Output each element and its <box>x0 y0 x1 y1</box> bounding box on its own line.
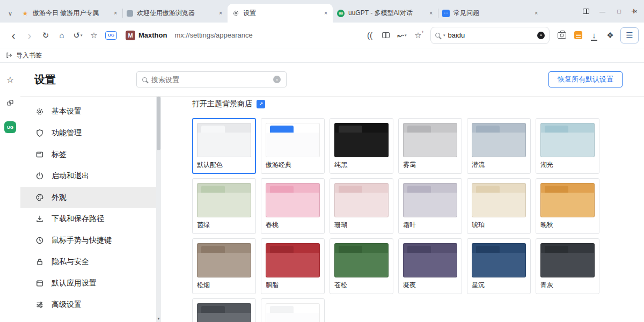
settings-nav-palette[interactable]: 外观 <box>20 187 156 208</box>
theme-card[interactable]: 琥珀 <box>467 178 531 234</box>
favorite-button[interactable]: ☆ <box>86 27 102 43</box>
tab-title: 常见问题 <box>453 9 530 18</box>
settings-nav-sliders[interactable]: 高级设置 <box>20 294 156 316</box>
settings-nav-tab[interactable]: 标签 <box>20 144 156 165</box>
notes-icon <box>574 31 582 39</box>
theme-preview-tab <box>476 246 500 253</box>
clear-settings-search-icon[interactable]: × <box>273 76 281 83</box>
browser-tab-2[interactable]: 设置× <box>228 4 333 23</box>
browser-tab-0[interactable]: ★傲游今日 傲游用户专属× <box>17 4 122 23</box>
settings-nav-gear[interactable]: 基本设置 <box>20 101 156 122</box>
main-menu-button[interactable]: ☰ <box>620 27 639 43</box>
downloads-button[interactable]: ↓ <box>586 27 602 43</box>
refresh-button[interactable]: ↻ <box>38 27 54 43</box>
tab-list-button[interactable]: ∨ <box>3 4 17 23</box>
tab-close-icon[interactable]: × <box>113 9 118 17</box>
sliders-icon <box>35 301 44 309</box>
plus-badge: + <box>421 30 424 34</box>
theme-card[interactable]: 星沉 <box>467 238 531 294</box>
theme-label: 凝夜 <box>403 281 457 289</box>
maximize-button[interactable]: □ <box>611 0 627 23</box>
theme-store-link[interactable]: 打开主题背景商店 ↗ <box>192 99 644 109</box>
chevron-down-icon: ▾ <box>405 33 407 38</box>
minimize-button[interactable]: — <box>594 0 611 23</box>
browser-tab-1[interactable]: 欢迎使用傲游浏览器× <box>122 4 228 23</box>
clear-search-icon[interactable]: × <box>537 32 545 39</box>
theme-card[interactable]: 纯黑 <box>330 118 393 174</box>
search-input[interactable] <box>448 31 535 39</box>
tab-close-icon[interactable]: × <box>428 9 434 17</box>
theme-card[interactable]: 霜叶 <box>398 178 462 234</box>
tab-close-icon[interactable]: × <box>218 9 223 17</box>
settings-search-input[interactable] <box>151 76 269 84</box>
settings-nav-download[interactable]: 下载和保存路径 <box>20 208 156 230</box>
settings-search[interactable]: × <box>136 71 287 87</box>
toolbar-search[interactable]: ▾ × <box>430 27 550 44</box>
theme-card[interactable] <box>192 298 256 322</box>
site-identity: M Maxthon <box>126 31 167 40</box>
reader-mode-button[interactable] <box>378 27 394 43</box>
theme-card[interactable]: 雾霭 <box>398 118 462 174</box>
theme-card[interactable]: 凝夜 <box>398 238 462 294</box>
tab-close-icon[interactable]: × <box>323 9 328 17</box>
theme-label: 珊瑚 <box>334 221 389 229</box>
screenshot-button[interactable] <box>554 27 570 43</box>
theme-card[interactable]: 春桃 <box>261 178 325 234</box>
home-button[interactable]: ⌂ <box>54 27 70 43</box>
scroll-down-button[interactable]: ▼ <box>156 314 161 322</box>
theme-card[interactable]: 胭脂 <box>261 238 325 294</box>
star-plus-icon: ☆ <box>414 31 421 40</box>
import-bookmarks-button[interactable]: 导入书签 <box>5 51 42 60</box>
theme-card[interactable]: 晚秋 <box>536 178 599 234</box>
settings-nav-power[interactable]: 启动和退出 <box>20 165 156 187</box>
ug-sidebar-badge[interactable]: UG <box>4 121 16 133</box>
address-url[interactable]: mx://settings/appearance <box>174 31 252 39</box>
theme-preview-tab <box>201 186 225 193</box>
tab-icon <box>35 150 44 159</box>
settings-nav-badge[interactable]: 功能管理 <box>20 122 156 144</box>
notes-button[interactable] <box>570 27 586 43</box>
tile-button[interactable] <box>577 0 594 23</box>
forward-button[interactable]: › <box>21 27 38 43</box>
chevron-down-icon: ▾ <box>443 33 445 38</box>
settings-nav-lock[interactable]: 隐私与安全 <box>20 251 156 273</box>
theme-card[interactable]: 傲游经典 <box>261 118 325 174</box>
browser-tab-4[interactable]: ⋯常见问题× <box>438 4 543 23</box>
theme-preview-tab <box>476 126 500 133</box>
badge-icon <box>35 129 44 137</box>
reset-defaults-button[interactable]: 恢复所有默认设置 <box>548 71 623 87</box>
back-button[interactable]: ‹ <box>5 27 21 43</box>
nav-scrollbar[interactable]: ▼ <box>156 97 161 322</box>
theme-card[interactable]: 默认配色 <box>192 118 256 174</box>
listen-button[interactable]: (( <box>362 27 378 43</box>
new-tab-button[interactable]: + <box>626 2 642 20</box>
theme-card[interactable] <box>261 298 325 322</box>
theme-card[interactable]: 青灰 <box>536 238 599 294</box>
theme-card[interactable]: 潜流 <box>467 118 531 174</box>
theme-preview-tab <box>201 246 225 253</box>
settings-nav-app[interactable]: 默认应用设置 <box>20 273 156 294</box>
theme-preview-toolbar <box>197 313 251 322</box>
theme-label: 雾霭 <box>403 161 457 169</box>
theme-card[interactable]: 松烟 <box>192 238 256 294</box>
palette-icon <box>35 193 44 202</box>
theme-preview-tab <box>270 126 294 133</box>
favorites-sidebar-button[interactable]: ☆ <box>6 75 14 85</box>
add-favorite-button[interactable]: ☆+ <box>410 27 426 43</box>
extensions-sidebar-button[interactable] <box>6 99 14 107</box>
theme-card[interactable]: 珊瑚 <box>330 178 393 234</box>
tab-close-icon[interactable]: × <box>533 9 539 17</box>
undo-button[interactable]: ↺▾ <box>70 27 86 43</box>
theme-card[interactable]: 苍松 <box>330 238 393 294</box>
theme-card[interactable]: 湖光 <box>536 118 599 174</box>
extensions-button[interactable]: ❖ <box>602 27 618 43</box>
gesture-icon: ↜ <box>397 31 404 40</box>
scrollbar-thumb[interactable] <box>157 97 160 150</box>
nav-label: 下载和保存路径 <box>52 214 104 224</box>
browser-tab-3[interactable]: uuuuGPT - 多模型AI对话× <box>333 4 438 23</box>
settings-header: 设置 × 恢复所有默认设置 <box>20 63 644 97</box>
ug-badge-button[interactable]: UG <box>105 31 117 40</box>
mouse-gesture-button[interactable]: ↜▾ <box>394 27 410 43</box>
settings-nav-clock[interactable]: 鼠标手势与快捷键 <box>20 230 156 251</box>
theme-card[interactable]: 茵绿 <box>192 178 256 234</box>
